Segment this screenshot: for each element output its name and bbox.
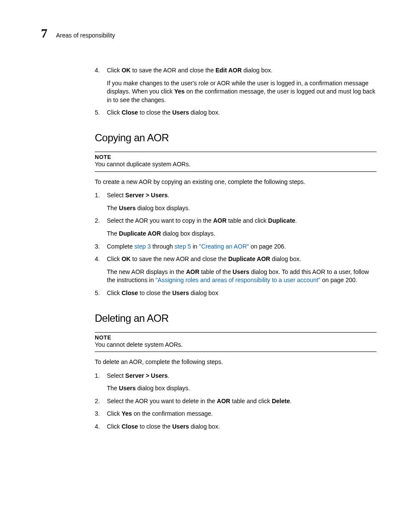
chapter-title: Areas of responsibility [56, 32, 115, 39]
text: through [151, 243, 174, 250]
text: . [290, 398, 292, 404]
step-number: 1. [95, 372, 107, 393]
step-5: 5. Click Close to close the Users dialog… [95, 289, 377, 298]
text: dialog box [189, 289, 218, 296]
edit-aor-label: Edit AOR [215, 67, 242, 74]
chapter-number: 7 [41, 26, 47, 40]
text: dialog box. [189, 109, 220, 116]
text: The new AOR displays in the [107, 268, 186, 275]
step-number: 5. [95, 109, 107, 117]
text: The [107, 385, 119, 392]
note-block: NOTE You cannot delete system AORs. [95, 332, 377, 352]
text: Select [107, 372, 125, 379]
aor-label: AOR [186, 268, 199, 275]
menu-path: Server > Users [125, 192, 168, 199]
text: to close the [138, 289, 172, 296]
text: on page 206. [249, 243, 286, 250]
top-steps-list: 4. Click OK to save the AOR and close th… [95, 66, 377, 117]
page: 7 Areas of responsibility 4. Click OK to… [0, 0, 411, 461]
step-number: 3. [95, 410, 107, 418]
page-header: 7 Areas of responsibility [41, 26, 377, 40]
step-number: 1. [95, 191, 107, 212]
link-step5[interactable]: step 5 [174, 243, 191, 250]
step-body: Click OK to save the AOR and close the E… [107, 66, 377, 104]
text: Select the AOR you want to copy in the [107, 217, 213, 224]
users-label: Users [172, 423, 189, 430]
text: The [107, 205, 119, 212]
link-assigning-roles[interactable]: "Assigning roles and areas of responsibi… [156, 277, 321, 283]
text: dialog box. [270, 255, 301, 262]
step-1: 1. Select Server > Users. The Users dial… [95, 191, 377, 212]
step-4: 4. Click OK to save the AOR and close th… [95, 66, 377, 104]
step-sub: The Users dialog box displays. [107, 384, 377, 393]
text: dialog box displays. [136, 385, 190, 392]
step-sub: The Users dialog box displays. [107, 204, 377, 213]
duplicate-aor-label: Duplicate AOR [228, 255, 271, 262]
step-body: Select the AOR you want to copy in the A… [107, 217, 377, 238]
text: table of the [199, 268, 233, 275]
text: dialog box. [242, 67, 273, 74]
text: . [295, 217, 297, 224]
step-3: 3. Click Yes on the confirmation message… [95, 410, 377, 418]
note-label: NOTE [95, 154, 377, 160]
step-number: 2. [95, 217, 107, 238]
users-label: Users [233, 268, 249, 275]
aor-label: AOR [217, 398, 230, 404]
copying-steps-list: 1. Select Server > Users. The Users dial… [95, 191, 377, 297]
step-sub: If you make changes to the user's role o… [107, 79, 377, 105]
intro-paragraph: To delete an AOR, complete the following… [95, 358, 377, 367]
step-number: 4. [95, 66, 107, 104]
text: . [168, 192, 169, 199]
step-body: Click Close to close the Users dialog bo… [107, 423, 377, 431]
note-label: NOTE [95, 334, 377, 341]
step-body: Complete step 3 through step 5 in "Creat… [107, 243, 377, 251]
step-3: 3. Complete step 3 through step 5 in "Cr… [95, 243, 377, 251]
menu-path: Server > Users [125, 372, 168, 379]
step-2: 2. Select the AOR you want to delete in … [95, 397, 377, 406]
duplicate-label: Duplicate [268, 217, 295, 224]
delete-label: Delete [272, 398, 290, 404]
users-label: Users [172, 289, 189, 296]
users-label: Users [119, 205, 136, 212]
text: Select the AOR you want to delete in the [107, 398, 217, 404]
step-number: 3. [95, 243, 107, 251]
text: table and click [227, 217, 268, 224]
users-label: Users [172, 109, 189, 116]
aor-label: AOR [213, 217, 227, 224]
step-body: Click Close to close the Users dialog bo… [107, 109, 377, 117]
ok-label: OK [121, 255, 131, 262]
text: dialog box displays. [136, 205, 190, 212]
step-body: Select the AOR you want to delete in the… [107, 397, 377, 406]
link-step3[interactable]: step 3 [134, 243, 151, 250]
text: on page 200. [321, 277, 358, 283]
text: dialog box displays. [161, 230, 215, 237]
step-body: Click OK to save the new AOR and close t… [107, 255, 377, 285]
text: to close the [138, 423, 172, 430]
duplicate-aor-label: Duplicate AOR [119, 230, 161, 237]
note-text: You cannot duplicate system AORs. [95, 160, 377, 169]
heading-deleting-aor: Deleting an AOR [95, 312, 377, 324]
text: The [107, 230, 119, 237]
link-creating-aor[interactable]: "Creating an AOR" [199, 243, 249, 250]
step-2: 2. Select the AOR you want to copy in th… [95, 217, 377, 238]
text: dialog box. [189, 423, 220, 430]
step-number: 2. [95, 397, 107, 406]
step-number: 4. [95, 423, 107, 431]
text: to close the [138, 109, 172, 116]
step-4: 4. Click OK to save the new AOR and clos… [95, 255, 377, 285]
note-text: You cannot delete system AORs. [95, 341, 377, 349]
step-sub: The new AOR displays in the AOR table of… [107, 268, 377, 285]
step-sub: The Duplicate AOR dialog box displays. [107, 230, 377, 238]
close-label: Close [121, 109, 138, 116]
text: in [191, 243, 199, 250]
deleting-steps-list: 1. Select Server > Users. The Users dial… [95, 372, 377, 431]
text: Select [107, 192, 125, 199]
yes-label: Yes [174, 88, 184, 95]
text: . [168, 372, 169, 379]
text: Complete [107, 243, 134, 250]
text: table and click [230, 398, 272, 404]
text: Click [107, 289, 121, 296]
users-label: Users [119, 385, 136, 392]
text: to save the new AOR and close the [131, 255, 228, 262]
intro-paragraph: To create a new AOR by copying an existi… [95, 178, 377, 187]
